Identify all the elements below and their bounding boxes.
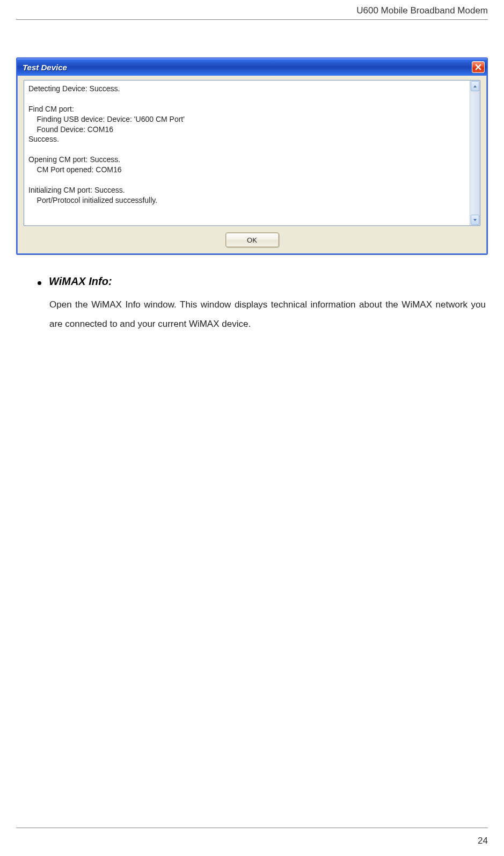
dialog-button-row: OK bbox=[17, 230, 487, 254]
close-icon bbox=[475, 64, 481, 70]
ok-button[interactable]: OK bbox=[225, 232, 279, 247]
section-bullet-row: WiMAX Info: bbox=[38, 275, 488, 288]
page-header-title: U600 Mobile Broadband Modem bbox=[0, 0, 504, 19]
dialog-titlebar[interactable]: Test Device bbox=[17, 58, 487, 76]
chevron-down-icon bbox=[473, 218, 477, 222]
log-text: Detecting Device: Success. Find CM port:… bbox=[24, 81, 480, 225]
close-button[interactable] bbox=[472, 61, 485, 73]
dialog-title: Test Device bbox=[23, 63, 67, 72]
log-output: Detecting Device: Success. Find CM port:… bbox=[24, 80, 480, 226]
scroll-up-button[interactable] bbox=[471, 81, 479, 91]
section-body-text: Open the WiMAX Info window. This window … bbox=[38, 295, 488, 333]
page-content: Test Device Detecting Device: Success. F… bbox=[0, 20, 504, 333]
chevron-up-icon bbox=[473, 85, 477, 88]
wimax-info-section: WiMAX Info: Open the WiMAX Info window. … bbox=[16, 275, 488, 333]
scroll-down-button[interactable] bbox=[471, 215, 479, 225]
bullet-icon bbox=[38, 281, 41, 285]
dialog-body: Detecting Device: Success. Find CM port:… bbox=[17, 76, 487, 230]
footer-divider bbox=[16, 828, 488, 828]
scrollbar[interactable] bbox=[470, 81, 480, 225]
page-number: 24 bbox=[478, 836, 488, 846]
test-device-dialog: Test Device Detecting Device: Success. F… bbox=[16, 57, 488, 255]
section-title: WiMAX Info: bbox=[49, 275, 112, 288]
